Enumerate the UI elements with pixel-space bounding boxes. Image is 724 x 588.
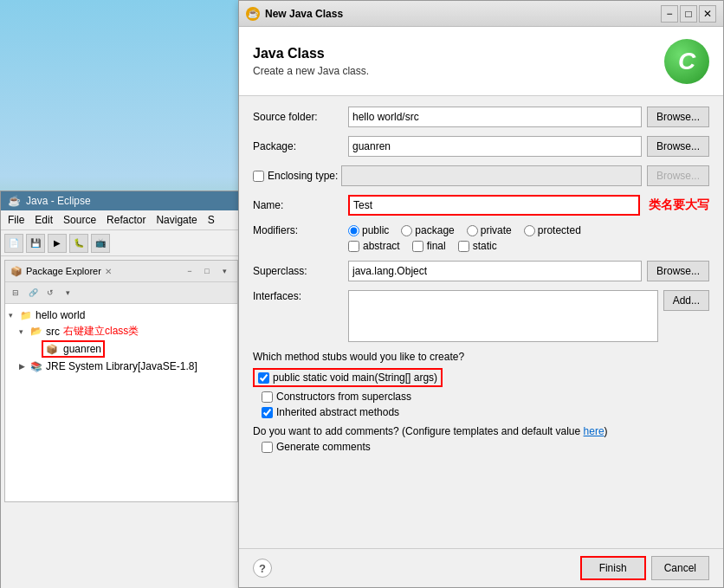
interfaces-box xyxy=(348,290,658,342)
dialog-overlay: ☕ New Java Class − □ ✕ Java Class Create… xyxy=(238,0,724,588)
src-label: src xyxy=(46,326,60,338)
toolbar-btn-monitor[interactable]: 📺 xyxy=(91,234,110,253)
package-explorer-panel: 📦 Package Explorer ✕ − □ ▾ ⊟ 🔗 ↺ ▾ ▾ 📁 h… xyxy=(4,260,238,502)
modifier-package-radio[interactable] xyxy=(401,225,412,236)
help-button[interactable]: ? xyxy=(253,559,272,578)
panel-maximize-btn[interactable]: □ xyxy=(199,263,215,279)
panel-close-icon: ✕ xyxy=(105,267,112,276)
stub-inherited-checkbox[interactable] xyxy=(262,407,273,418)
interfaces-add-btn[interactable]: Add... xyxy=(663,290,709,311)
dialog-title-icon: ☕ xyxy=(246,7,260,21)
toolbar-btn-debug[interactable]: 🐛 xyxy=(69,234,88,253)
package-row: Package: Browse... xyxy=(253,136,709,157)
enclosing-type-checkbox-label[interactable]: Enclosing type: xyxy=(253,170,338,182)
stub-main-checkbox[interactable] xyxy=(258,372,269,384)
panel-header: 📦 Package Explorer ✕ − □ ▾ xyxy=(5,261,237,282)
eclipse-toolbar: 📄 💾 ▶ 🐛 📺 xyxy=(1,230,242,256)
superclass-browse-btn[interactable]: Browse... xyxy=(647,261,709,281)
panel-header-left: 📦 Package Explorer ✕ xyxy=(10,266,112,277)
src-icon: 📂 xyxy=(29,325,43,339)
enclosing-type-browse-btn[interactable]: Browse... xyxy=(647,165,709,186)
menu-navigate[interactable]: Navigate xyxy=(152,212,200,228)
modifier-final-checkbox[interactable] xyxy=(412,241,423,252)
tree-guanren[interactable]: 📦 guanren xyxy=(7,339,236,359)
finish-button[interactable]: Finish xyxy=(580,556,646,580)
dialog-header-text: Java Class Create a new Java class. xyxy=(253,46,369,77)
modifier-public-radio[interactable] xyxy=(348,225,359,236)
collapse-all-btn[interactable]: ⊟ xyxy=(8,285,23,300)
enclosing-type-input[interactable] xyxy=(341,165,642,186)
tree-area: ▾ 📁 hello world ▾ 📂 src 右键建立class类 📦 gua… xyxy=(5,304,237,378)
panel-menu-btn[interactable]: ▾ xyxy=(217,263,232,279)
sync-btn[interactable]: ↺ xyxy=(42,285,58,300)
tree-hello-world[interactable]: ▾ 📁 hello world xyxy=(7,307,236,323)
menu-edit[interactable]: Edit xyxy=(31,212,56,228)
method-stubs-section: Which method stubs would you like to cre… xyxy=(253,351,709,418)
toolbar-btn-run[interactable]: ▶ xyxy=(48,234,67,253)
stub-main-label[interactable]: public static void main(String[] args) xyxy=(258,372,437,384)
stub-superclass-checkbox[interactable] xyxy=(262,391,273,403)
help-icon: ? xyxy=(259,562,266,575)
dialog-header-subtitle: Create a new Java class. xyxy=(253,65,369,77)
comments-link[interactable]: here xyxy=(584,425,604,437)
modifier-static-checkbox[interactable] xyxy=(458,241,469,252)
stub-inherited-label[interactable]: Inherited abstract methods xyxy=(262,406,709,418)
name-row: Name: 类名要大写 xyxy=(253,195,709,216)
modifiers-row: Modifiers: public package private xyxy=(253,224,709,236)
modifiers-section: Modifiers: public package private xyxy=(253,224,709,252)
generate-comments-text: Generate comments xyxy=(276,441,371,453)
modifier-protected-label[interactable]: protected xyxy=(524,224,581,236)
generate-comments-checkbox[interactable] xyxy=(262,442,273,453)
maximize-btn[interactable]: □ xyxy=(680,5,697,23)
eclipse-icon: ☕ xyxy=(8,195,21,207)
comments-section: Do you want to add comments? (Configure … xyxy=(253,425,709,453)
menu-refactor[interactable]: Refactor xyxy=(103,212,149,228)
package-browse-btn[interactable]: Browse... xyxy=(647,136,709,157)
method-stubs-title: Which method stubs would you like to cre… xyxy=(253,351,709,363)
link-with-editor-btn[interactable]: 🔗 xyxy=(25,285,41,300)
name-input[interactable] xyxy=(348,195,640,216)
comments-question: Do you want to add comments? (Configure … xyxy=(253,425,580,437)
close-btn[interactable]: ✕ xyxy=(699,5,716,23)
tree-jre[interactable]: ▶ 📚 JRE System Library [JavaSE-1.8] xyxy=(7,359,236,374)
name-annotation: 类名要大写 xyxy=(649,197,709,213)
panel-icons: − □ ▾ xyxy=(182,263,232,279)
minimize-btn[interactable]: − xyxy=(661,5,678,23)
superclass-input[interactable] xyxy=(348,261,642,281)
dialog-header-icon: C xyxy=(664,39,709,84)
jre-version: [JavaSE-1.8] xyxy=(138,360,197,372)
toolbar-btn-new[interactable]: 📄 xyxy=(4,234,23,253)
package-label: guanren xyxy=(63,343,101,355)
generate-comments-label[interactable]: Generate comments xyxy=(262,441,709,453)
cancel-button[interactable]: Cancel xyxy=(651,556,709,580)
tree-src[interactable]: ▾ 📂 src 右键建立class类 xyxy=(7,323,236,339)
panel-view-menu-btn[interactable]: ▾ xyxy=(60,285,75,300)
source-folder-input[interactable] xyxy=(348,107,642,127)
modifier-static-label[interactable]: static xyxy=(458,240,497,252)
modifier-abstract-checkbox[interactable] xyxy=(348,241,359,252)
menu-s[interactable]: S xyxy=(204,212,218,228)
header-icon-letter: C xyxy=(678,48,695,75)
modifier-public-label[interactable]: public xyxy=(348,224,389,236)
menu-source[interactable]: Source xyxy=(60,212,100,228)
package-input[interactable] xyxy=(348,136,642,157)
modifier-private-radio[interactable] xyxy=(467,225,478,236)
package-explorer-icon: 📦 xyxy=(10,266,23,277)
panel-minimize-btn[interactable]: − xyxy=(182,263,197,279)
enclosing-type-checkbox[interactable] xyxy=(253,171,264,182)
menu-file[interactable]: File xyxy=(4,212,28,228)
stub-main-text: public static void main(String[] args) xyxy=(273,372,437,384)
modifier-private-label[interactable]: private xyxy=(467,224,512,236)
stub-superclass-label[interactable]: Constructors from superclass xyxy=(262,391,709,403)
stub-superclass-text: Constructors from superclass xyxy=(276,391,411,403)
modifier-abstract-label[interactable]: abstract xyxy=(348,240,400,252)
modifier-protected-radio[interactable] xyxy=(524,225,535,236)
modifier-final-label[interactable]: final xyxy=(412,240,446,252)
dialog-header: Java Class Create a new Java class. C xyxy=(239,27,723,96)
arrow-src: ▾ xyxy=(19,327,29,336)
toolbar-btn-save[interactable]: 💾 xyxy=(26,234,45,253)
stub-inherited-text: Inherited abstract methods xyxy=(276,406,399,418)
enclosing-type-row: Enclosing type: Browse... xyxy=(253,165,709,186)
source-folder-browse-btn[interactable]: Browse... xyxy=(647,107,709,127)
modifier-package-label[interactable]: package xyxy=(401,224,454,236)
